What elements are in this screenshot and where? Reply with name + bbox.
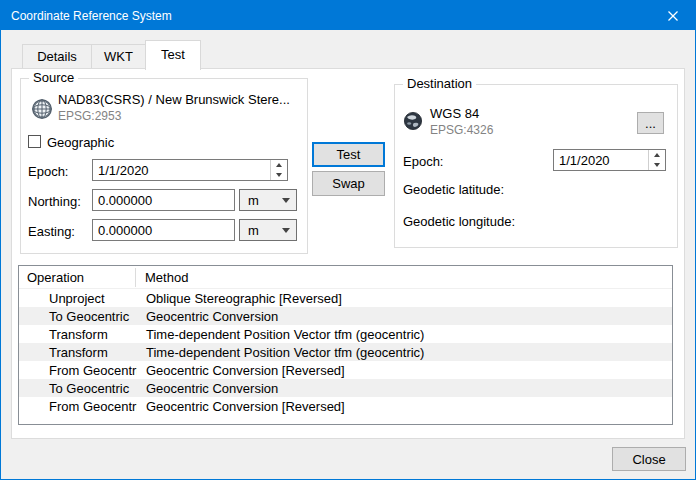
source-crs-code: EPSG:2953 bbox=[58, 109, 121, 123]
operations-table-body: Unproject Oblique Stereographic [Reverse… bbox=[19, 289, 672, 415]
crs-dialog: Coordinate Reference System Details WKT … bbox=[0, 0, 696, 480]
operation-cell: Transform bbox=[19, 327, 137, 342]
method-cell: Geocentric Conversion [Reversed] bbox=[137, 363, 672, 378]
source-crs-name: NAD83(CSRS) / New Brunswick Stere... bbox=[58, 92, 290, 107]
method-cell: Geocentric Conversion bbox=[137, 309, 672, 324]
geodetic-longitude-label: Geodetic longitude: bbox=[403, 214, 515, 229]
geodetic-latitude-label: Geodetic latitude: bbox=[403, 182, 504, 197]
easting-unit-combo[interactable]: m bbox=[239, 219, 297, 241]
spin-up-icon[interactable] bbox=[649, 150, 665, 160]
operation-cell: To Geocentric bbox=[19, 309, 137, 324]
operations-table-header: Operation Method bbox=[19, 266, 672, 289]
close-icon bbox=[668, 11, 678, 21]
table-row[interactable]: Transform Time-dependent Position Vector… bbox=[19, 343, 672, 361]
spin-up-icon[interactable] bbox=[271, 160, 287, 170]
destination-epoch-field[interactable] bbox=[553, 149, 666, 171]
dropdown-arrow-icon bbox=[282, 228, 290, 233]
easting-field[interactable] bbox=[92, 219, 235, 241]
northing-input[interactable] bbox=[93, 190, 234, 210]
window-title: Coordinate Reference System bbox=[1, 9, 172, 23]
table-row[interactable]: From Geocentric Geocentric Conversion [R… bbox=[19, 361, 672, 379]
easting-unit-value: m bbox=[240, 223, 282, 238]
northing-field[interactable] bbox=[92, 189, 235, 211]
method-cell: Geocentric Conversion bbox=[137, 381, 672, 396]
table-row[interactable]: To Geocentric Geocentric Conversion bbox=[19, 307, 672, 325]
spin-down-icon[interactable] bbox=[649, 160, 665, 170]
easting-label: Easting: bbox=[28, 224, 75, 239]
source-epoch-field[interactable] bbox=[92, 159, 288, 181]
operation-cell: From Geocentric bbox=[19, 363, 137, 378]
geographic-checkbox-label: Geographic bbox=[47, 135, 114, 150]
operations-table[interactable]: Operation Method Unproject Oblique Stere… bbox=[18, 265, 673, 425]
tab-test[interactable]: Test bbox=[145, 40, 201, 70]
easting-input[interactable] bbox=[93, 220, 234, 240]
source-epoch-input[interactable] bbox=[93, 160, 270, 180]
northing-unit-value: m bbox=[240, 193, 282, 208]
destination-epoch-spinner bbox=[648, 150, 665, 170]
window-close-button[interactable] bbox=[650, 1, 695, 30]
method-cell: Time-dependent Position Vector tfm (geoc… bbox=[137, 345, 672, 360]
source-group-label: Source bbox=[29, 70, 78, 85]
method-cell: Oblique Stereographic [Reversed] bbox=[137, 291, 672, 306]
table-row[interactable]: Unproject Oblique Stereographic [Reverse… bbox=[19, 289, 672, 307]
dropdown-arrow-icon bbox=[282, 198, 290, 203]
globe-wireframe-icon bbox=[31, 98, 53, 120]
close-button[interactable]: Close bbox=[612, 447, 686, 471]
table-row[interactable]: To Geocentric Geocentric Conversion bbox=[19, 379, 672, 397]
globe-earth-icon bbox=[403, 111, 423, 131]
northing-unit-combo[interactable]: m bbox=[239, 189, 297, 211]
test-button[interactable]: Test bbox=[312, 142, 385, 167]
table-row[interactable]: Transform Time-dependent Position Vector… bbox=[19, 325, 672, 343]
northing-label: Northing: bbox=[28, 194, 81, 209]
geographic-checkbox[interactable] bbox=[28, 135, 41, 148]
destination-crs-code: EPSG:4326 bbox=[430, 123, 493, 137]
table-row[interactable]: From Geocentric Geocentric Conversion [R… bbox=[19, 397, 672, 415]
title-bar: Coordinate Reference System bbox=[1, 1, 695, 30]
tab-details[interactable]: Details bbox=[22, 44, 92, 69]
column-header-operation[interactable]: Operation bbox=[19, 268, 136, 287]
spin-down-icon[interactable] bbox=[271, 170, 287, 180]
column-header-method[interactable]: Method bbox=[136, 270, 672, 285]
browse-crs-button[interactable]: ... bbox=[637, 112, 664, 134]
operation-cell: Unproject bbox=[19, 291, 137, 306]
tab-wkt[interactable]: WKT bbox=[91, 44, 146, 69]
method-cell: Time-dependent Position Vector tfm (geoc… bbox=[137, 327, 672, 342]
destination-group-label: Destination bbox=[403, 76, 476, 91]
destination-epoch-input[interactable] bbox=[554, 150, 648, 170]
source-epoch-spinner bbox=[270, 160, 287, 180]
operation-cell: From Geocentric bbox=[19, 399, 137, 414]
destination-crs-name: WGS 84 bbox=[430, 106, 479, 121]
swap-button[interactable]: Swap bbox=[312, 171, 385, 196]
destination-epoch-label: Epoch: bbox=[403, 154, 443, 169]
method-cell: Geocentric Conversion [Reversed] bbox=[137, 399, 672, 414]
operation-cell: To Geocentric bbox=[19, 381, 137, 396]
source-epoch-label: Epoch: bbox=[28, 164, 68, 179]
operation-cell: Transform bbox=[19, 345, 137, 360]
